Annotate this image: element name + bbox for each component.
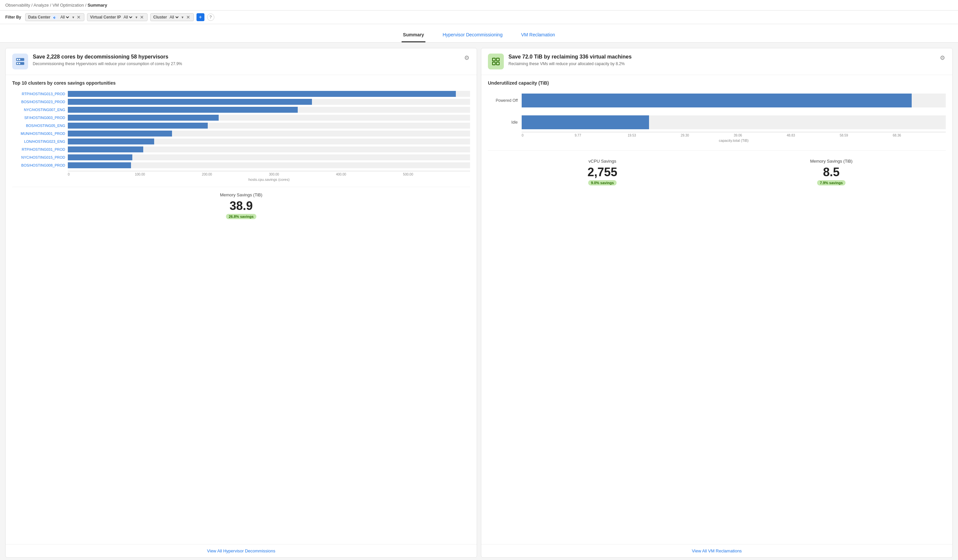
bar-label[interactable]: NYC/HOSTING015_PROD bbox=[12, 155, 65, 159]
filter-virtual-center-ip-select[interactable]: All bbox=[122, 14, 133, 20]
bar-row: RTP/HOSTING031_PROD bbox=[12, 146, 470, 152]
bar-label[interactable]: MUN/HOSTING001_PROD bbox=[12, 131, 65, 136]
filter-cluster-arrow: ▼ bbox=[181, 16, 184, 19]
svg-rect-10 bbox=[493, 59, 495, 60]
x-tick: 500.00 bbox=[403, 172, 470, 176]
bar-track bbox=[68, 99, 470, 105]
bar-fill bbox=[68, 139, 154, 144]
right-panel-header-text: Save 72.0 TiB by reclaiming 336 virtual … bbox=[508, 54, 934, 66]
right-panel-title: Save 72.0 TiB by reclaiming 336 virtual … bbox=[508, 54, 934, 60]
bar-label[interactable]: RTP/HOSTING013_PROD bbox=[12, 92, 65, 96]
h-bar-label: Powered Off bbox=[488, 98, 518, 103]
right-chart-title: Underutilized capacity (TiB) bbox=[488, 80, 946, 85]
filter-cluster-close[interactable]: ✕ bbox=[186, 14, 191, 20]
savings-cell-value: 8.5 bbox=[720, 166, 943, 179]
tab-summary[interactable]: Summary bbox=[401, 29, 425, 42]
bar-fill bbox=[68, 123, 208, 128]
bar-label[interactable]: NYC/HOSTING007_ENG bbox=[12, 108, 65, 112]
bar-row: BOS/HOSTING008_PROD bbox=[12, 162, 470, 168]
filter-cluster: Cluster All ▼ ✕ bbox=[150, 13, 194, 21]
left-panel-settings-button[interactable]: ⚙ bbox=[463, 54, 470, 62]
svg-rect-12 bbox=[493, 62, 495, 65]
vm-icon bbox=[490, 56, 501, 67]
bar-track bbox=[68, 139, 470, 144]
x-tick: 200.00 bbox=[202, 172, 269, 176]
h-bar-track bbox=[522, 93, 946, 108]
left-memory-savings-label: Memory Savings (TiB) bbox=[12, 192, 470, 197]
filter-cluster-select[interactable]: All bbox=[168, 14, 180, 20]
tab-hypervisor-decommissioning[interactable]: Hypervisor Decommissioning bbox=[441, 29, 504, 42]
left-x-axis: 0100.00200.00300.00400.00500.00 bbox=[68, 171, 470, 176]
x-tick: 100.00 bbox=[135, 172, 202, 176]
h-x-tick: 48.83 bbox=[787, 134, 839, 137]
right-savings-grid: vCPU Savings 2,755 9.0% savings Memory S… bbox=[488, 150, 946, 188]
svg-rect-4 bbox=[17, 63, 18, 64]
svg-rect-3 bbox=[19, 59, 20, 60]
view-all-hypervisor-link[interactable]: View All Hypervisor Decommissions bbox=[6, 544, 477, 557]
breadcrumb-vm-optimization[interactable]: VM Optimization bbox=[52, 3, 84, 8]
bar-label[interactable]: BOS/HOSTING023_PROD bbox=[12, 100, 65, 104]
tab-vm-reclamation[interactable]: VM Reclamation bbox=[520, 29, 557, 42]
bar-fill bbox=[68, 146, 143, 152]
right-panel-subtitle: Reclaiming these VMs will reduce your al… bbox=[508, 62, 934, 66]
filter-add-button[interactable]: + bbox=[197, 13, 205, 21]
bar-track bbox=[68, 91, 470, 97]
svg-rect-11 bbox=[497, 59, 499, 60]
h-bar-row: Powered Off bbox=[488, 93, 946, 108]
bar-label[interactable]: BOS/HOSTING05_ENG bbox=[12, 123, 65, 128]
filter-by-label: Filter By bbox=[5, 15, 21, 19]
x-tick: 0 bbox=[68, 172, 135, 176]
svg-rect-5 bbox=[19, 63, 20, 64]
bar-row: MUN/HOSTING001_PROD bbox=[12, 131, 470, 136]
h-bar-fill bbox=[522, 115, 649, 129]
bar-fill bbox=[68, 107, 298, 113]
breadcrumb-observability[interactable]: Observability bbox=[5, 3, 30, 8]
svg-rect-13 bbox=[497, 62, 499, 65]
left-x-axis-label: hosts.cpu.savings (cores) bbox=[68, 177, 470, 182]
filter-virtual-center-ip-arrow: ▼ bbox=[135, 16, 138, 19]
bar-row: LON/HOSTING023_ENG bbox=[12, 139, 470, 144]
breadcrumb-analyze[interactable]: Analyze bbox=[33, 3, 49, 8]
main-content: Save 2,228 cores by decommissioning 58 h… bbox=[0, 43, 958, 560]
bar-fill bbox=[68, 162, 131, 168]
savings-cell-badge: 9.0% savings bbox=[588, 180, 616, 185]
filter-data-center-close[interactable]: ✕ bbox=[76, 14, 81, 20]
right-panel-settings-button[interactable]: ⚙ bbox=[939, 54, 946, 62]
h-bar-track bbox=[522, 115, 946, 129]
savings-cell-value: 2,755 bbox=[490, 166, 714, 179]
h-bar-label: Idle bbox=[488, 120, 518, 125]
bar-fill bbox=[68, 99, 312, 105]
left-panel-title: Save 2,228 cores by decommissioning 58 h… bbox=[33, 54, 459, 60]
bar-label[interactable]: SF/HOSTING003_PROD bbox=[12, 116, 65, 120]
view-all-vm-link[interactable]: View All VM Reclamations bbox=[481, 544, 952, 557]
x-tick: 400.00 bbox=[336, 172, 403, 176]
bar-track bbox=[68, 123, 470, 128]
filter-virtual-center-ip-close[interactable]: ✕ bbox=[139, 14, 144, 20]
h-bar-row: Idle bbox=[488, 115, 946, 129]
bar-label[interactable]: RTP/HOSTING031_PROD bbox=[12, 147, 65, 152]
breadcrumb: Observability / Analyze / VM Optimizatio… bbox=[0, 0, 958, 11]
bar-label[interactable]: BOS/HOSTING008_PROD bbox=[12, 163, 65, 167]
bar-label[interactable]: LON/HOSTING023_ENG bbox=[12, 139, 65, 144]
bar-track bbox=[68, 131, 470, 136]
filter-data-center: Data Center ⬖ All ▼ ✕ bbox=[25, 13, 84, 21]
filter-bar: Filter By Data Center ⬖ All ▼ ✕ Virtual … bbox=[0, 11, 958, 24]
hypervisor-icon bbox=[15, 56, 25, 67]
savings-cell-label: vCPU Savings bbox=[490, 159, 714, 164]
right-panel-header: Save 72.0 TiB by reclaiming 336 virtual … bbox=[481, 48, 952, 75]
left-memory-savings: Memory Savings (TiB) 38.9 26.8% savings bbox=[12, 187, 470, 219]
bar-row: BOS/HOSTING05_ENG bbox=[12, 123, 470, 128]
h-x-tick: 19.53 bbox=[628, 134, 681, 137]
h-x-tick: 9.77 bbox=[574, 134, 628, 137]
filter-help-button[interactable]: ? bbox=[207, 14, 214, 21]
bar-row: NYC/HOSTING015_PROD bbox=[12, 154, 470, 160]
right-x-axis-label: capacity.total (TiB) bbox=[522, 139, 946, 142]
left-panel-body: Top 10 clusters by cores savings opportu… bbox=[6, 75, 477, 541]
bar-track bbox=[68, 162, 470, 168]
right-x-axis: 09.7719.5329.3039.0648.8358.5968.36 bbox=[522, 132, 946, 137]
bar-fill bbox=[68, 154, 132, 160]
right-panel: Save 72.0 TiB by reclaiming 336 virtual … bbox=[481, 48, 953, 558]
filter-data-center-select[interactable]: All bbox=[59, 14, 70, 20]
bar-fill bbox=[68, 131, 172, 136]
bar-row: SF/HOSTING003_PROD bbox=[12, 115, 470, 121]
